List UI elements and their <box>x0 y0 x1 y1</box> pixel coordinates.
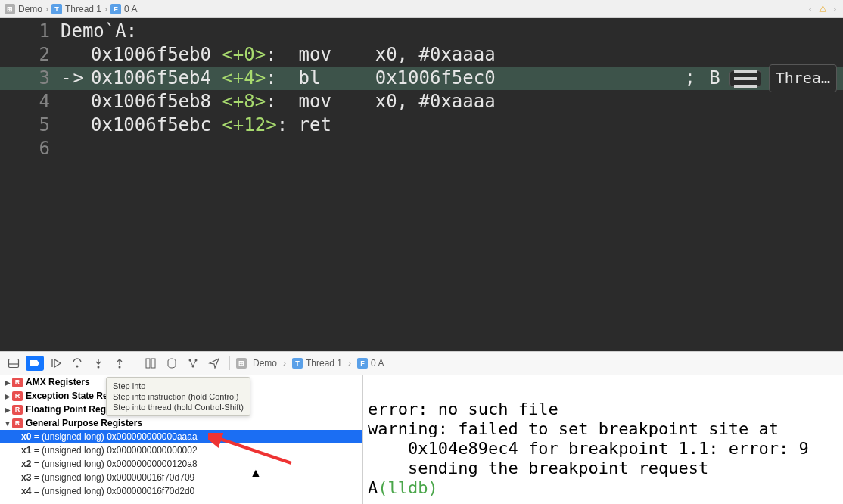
debug-crumb-demo[interactable]: Demo <box>253 358 277 369</box>
reg-type: (unsigned long) <box>42 472 104 483</box>
crumb-label: Demo <box>18 4 42 14</box>
crumb-label: Demo <box>253 358 277 369</box>
register-row[interactable]: x4 = (unsigned long) 0x000000016f70d2d0 <box>0 484 362 498</box>
hamburger-icon[interactable] <box>729 70 761 87</box>
reg-value: 0x000000016f70d709 <box>107 472 194 483</box>
line-4: 4 0x1006f5eb8 <+8>: mov x0, #0xaaaa <box>0 90 843 114</box>
reg-value: 0x000000016f70d2d0 <box>107 486 194 496</box>
crumb-demo[interactable]: ⊞ Demo <box>5 4 42 14</box>
disclosure-triangle-icon[interactable]: ▶ <box>3 406 12 414</box>
console-line: 0x104e89ec4 for breakpoint 1.1: error: 9 <box>368 439 809 458</box>
crumb-thread[interactable]: T Thread 1 <box>51 4 101 14</box>
disassembly-view: 1 Demo`A: 2 0x1006f5eb0 <+0>: mov x0, #0… <box>0 18 843 351</box>
debug-toolbar: ⊞ Demo › T Thread 1 › F 0 A <box>0 351 843 375</box>
debug-hierarchy-button[interactable] <box>184 356 202 371</box>
continue-button[interactable] <box>47 356 65 371</box>
chevron-right-icon: › <box>283 358 286 369</box>
line-number: 5 <box>0 114 61 137</box>
reg-type: (unsigned long) <box>42 486 104 496</box>
toggle-debug-area-button[interactable] <box>5 356 23 371</box>
reg-value: 0x0000000000000002 <box>107 445 197 456</box>
reg-type: (unsigned long) <box>42 431 104 442</box>
pc-arrow: -> <box>61 67 91 90</box>
reg-type: (unsigned long) <box>42 445 104 456</box>
separator <box>135 356 135 370</box>
crumb-label: 0 A <box>371 358 384 369</box>
group-label: AMX Registers <box>26 377 90 387</box>
breakpoints-toggle-button[interactable] <box>26 356 44 371</box>
frame-icon: F <box>357 358 368 369</box>
tooltip-line: Step into thread (hold Control-Shift) <box>113 402 244 412</box>
register-row[interactable]: x3 = (unsigned long) 0x000000016f70d709 <box>0 471 362 484</box>
thread-icon: T <box>51 4 62 14</box>
chevron-right-icon: › <box>348 358 351 369</box>
step-into-tooltip: Step into Step into instruction (hold Co… <box>106 377 250 416</box>
nav-forward-button[interactable]: › <box>829 4 840 14</box>
line-2: 2 0x1006f5eb0 <+0>: mov x0, #0xaaaa <box>0 43 843 67</box>
chevron-right-icon: › <box>104 4 107 14</box>
step-over-button[interactable] <box>68 356 86 371</box>
bottom-split: ▶ R AMX Registers ▶ R Exception State Re… <box>0 375 843 504</box>
line-1: 1 Demo`A: <box>0 20 843 43</box>
reg-type: (unsigned long) <box>42 459 104 469</box>
debug-crumb-frame[interactable]: F 0 A <box>357 358 384 369</box>
function-label: Demo`A: <box>61 20 137 43</box>
thread-icon: T <box>292 358 303 369</box>
debug-view-button[interactable] <box>142 356 160 371</box>
reg-name: x0 <box>21 431 31 442</box>
nav-back-button[interactable]: ‹ <box>805 4 816 14</box>
thread-jump-button[interactable]: Threa… <box>769 64 837 92</box>
register-badge-icon: R <box>12 378 23 387</box>
register-row[interactable]: x1 = (unsigned long) 0x0000000000000002 <box>0 443 362 457</box>
line-5: 5 0x1006f5ebc <+12>: ret <box>0 114 843 137</box>
line-3-current: 3 -> 0x1006f5eb4 <+4>: bl 0x1006f5ec0 ; … <box>0 67 843 90</box>
disclosure-triangle-icon[interactable]: ▶ <box>3 392 12 400</box>
inline-comment: ; B <box>684 67 721 90</box>
register-group-expanded[interactable]: ▼ R General Purpose Registers <box>0 416 362 430</box>
reg-name: x2 <box>21 459 31 469</box>
debug-crumb-thread[interactable]: T Thread 1 <box>292 358 342 369</box>
console-prefix: A <box>368 478 378 497</box>
lldb-prompt: (lldb) <box>378 478 448 497</box>
reg-name: x1 <box>21 445 31 456</box>
svg-point-3 <box>98 366 100 369</box>
line-number: 2 <box>0 43 61 67</box>
group-label: Exception State Re <box>26 390 108 401</box>
console-line: error: no such file <box>368 400 558 418</box>
register-badge-icon: R <box>12 391 23 401</box>
svg-point-2 <box>76 366 79 368</box>
register-badge-icon: R <box>12 418 23 428</box>
line-6: 6 <box>0 137 843 160</box>
group-label: General Purpose Registers <box>26 418 142 428</box>
line-number: 1 <box>0 20 61 43</box>
register-row-x0[interactable]: x0 = (unsigned long) 0x000000000000aaaa <box>0 430 362 443</box>
reg-name: x4 <box>21 486 31 496</box>
crumb-frame[interactable]: F 0 A <box>110 4 137 14</box>
grid-icon: ⊞ <box>5 4 15 14</box>
separator <box>229 356 230 370</box>
mouse-cursor-icon: ▲ <box>250 466 262 480</box>
svg-point-4 <box>119 366 121 369</box>
reg-value: 0x000000000000aaaa <box>107 431 197 442</box>
line-number: 4 <box>0 90 61 114</box>
crumb-label: Thread 1 <box>65 4 101 14</box>
disclosure-triangle-icon[interactable]: ▼ <box>3 419 12 428</box>
console-line: warning: failed to set breakpoint site a… <box>368 419 779 438</box>
tooltip-line: Step into instruction (hold Control) <box>113 391 244 402</box>
lldb-console[interactable]: error: no such file warning: failed to s… <box>363 375 843 504</box>
step-out-button[interactable] <box>110 356 129 371</box>
reg-value: 0x00000000000120a8 <box>107 459 197 469</box>
debug-location-button[interactable] <box>205 356 223 371</box>
warning-icon[interactable]: ⚠ <box>817 4 828 14</box>
register-row[interactable]: x2 = (unsigned long) 0x00000000000120a8 <box>0 457 362 471</box>
crumb-label: 0 A <box>124 4 137 14</box>
register-badge-icon: R <box>12 405 23 415</box>
frame-icon: F <box>110 4 121 14</box>
reg-name: x3 <box>21 472 31 483</box>
svg-rect-0 <box>9 359 19 368</box>
disclosure-triangle-icon[interactable]: ▶ <box>3 378 12 387</box>
group-label: Floating Point Reg <box>26 404 106 415</box>
debug-memory-button[interactable] <box>163 356 181 371</box>
line-number: 3 <box>0 67 61 90</box>
step-into-button[interactable] <box>89 356 107 371</box>
